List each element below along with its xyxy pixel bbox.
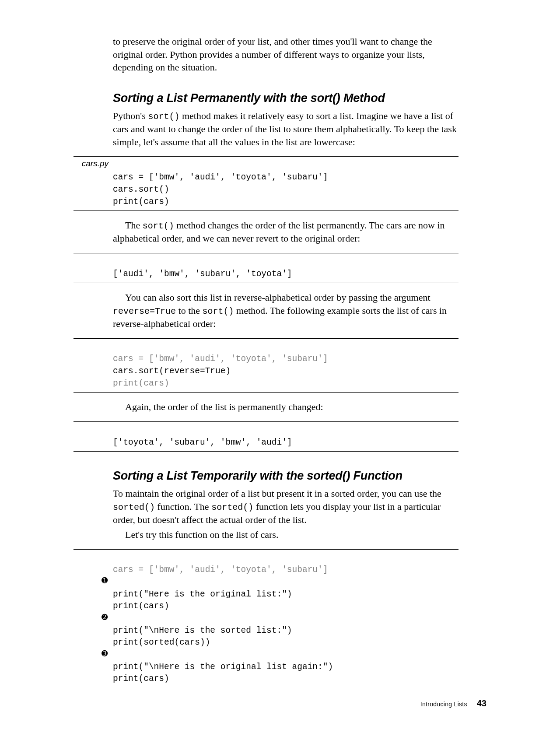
text: You can also sort this list in reverse-a… — [125, 292, 430, 303]
inline-code: sorted() — [113, 502, 155, 512]
code-listing: ['toyota', 'subaru', 'bmw', 'audi'] — [74, 421, 458, 452]
code-line: print("\nHere is the sorted list:") — [113, 625, 458, 637]
code-line: cars.sort(reverse=True) — [113, 365, 458, 378]
code-line: cars = ['bmw', 'audi', 'toyota', 'subaru… — [113, 353, 458, 365]
code-line: ['toyota', 'subaru', 'bmw', 'audi'] — [113, 437, 458, 449]
code-line: print(sorted(cars)) — [113, 637, 458, 649]
code-listing: cars = ['bmw', 'audi', 'toyota', 'subaru… — [74, 549, 458, 740]
page-footer: Introducing Lists 43 — [420, 698, 486, 708]
code-line: print(cars) — [113, 600, 458, 613]
code-line: print(cars) — [113, 673, 458, 685]
inline-code: sorted() — [211, 502, 253, 512]
code-line — [113, 649, 458, 661]
code-listing: cars = ['bmw', 'audi', 'toyota', 'subaru… — [74, 338, 458, 393]
inline-code: sort() — [203, 306, 234, 316]
section1-p4: Again, the order of the list is permanen… — [113, 400, 458, 414]
code-block-sorted-function: cars = ['bmw', 'audi', 'toyota', 'subaru… — [74, 549, 458, 740]
output-block-2: ['toyota', 'subaru', 'bmw', 'audi'] — [74, 421, 458, 452]
text: To maintain the original order of a list… — [113, 488, 441, 499]
code-line: print(cars) — [113, 378, 458, 390]
callout-3-icon: ➌ — [102, 650, 108, 657]
code-line: cars.sort() — [113, 184, 458, 196]
inline-code: sort() — [148, 112, 179, 122]
section1-p2: The sort() method changes the order of t… — [113, 219, 458, 245]
code-line: print(cars) — [113, 196, 458, 208]
section2-p1: To maintain the original order of a list… — [113, 487, 458, 526]
inline-code: reverse=True — [113, 306, 176, 316]
output-block-1: ['audi', 'bmw', 'subaru', 'toyota'] — [74, 253, 458, 283]
section1-p3: You can also sort this list in reverse-a… — [113, 291, 458, 330]
heading-sort-method: Sorting a List Permanently with the sort… — [113, 91, 458, 105]
code-listing: cars = ['bmw', 'audi', 'toyota', 'subaru… — [74, 156, 458, 211]
section2-p2: Let's try this function on the list of c… — [113, 528, 458, 541]
text: The — [125, 220, 143, 231]
code-block-reverse-sort: cars = ['bmw', 'audi', 'toyota', 'subaru… — [74, 338, 458, 393]
code-line: print("Here is the original list:") — [113, 589, 458, 601]
footer-page-number: 43 — [477, 698, 486, 708]
code-listing: ['audi', 'bmw', 'subaru', 'toyota'] — [74, 253, 458, 283]
callout-1-icon: ➊ — [102, 577, 108, 584]
section1-p1: Python's sort() method makes it relative… — [113, 109, 458, 148]
intro-paragraph: to preserve the original order of your l… — [113, 35, 458, 74]
code-line: cars = ['bmw', 'audi', 'toyota', 'subaru… — [113, 172, 458, 184]
code-file-label: cars.py — [74, 159, 108, 168]
code-line: print("\nHere is the original list again… — [113, 661, 458, 673]
code-line: ['audi', 'bmw', 'subaru', 'toyota'] — [113, 268, 458, 281]
footer-chapter-title: Introducing Lists — [420, 701, 467, 708]
text: function. The — [155, 501, 211, 512]
text: to the — [176, 305, 203, 316]
heading-sorted-function: Sorting a List Temporarily with the sort… — [113, 469, 458, 483]
page: to preserve the original order of your l… — [0, 0, 560, 740]
code-line — [113, 576, 458, 589]
callout-2-icon: ➋ — [102, 614, 108, 621]
content-column: to preserve the original order of your l… — [113, 35, 458, 740]
code-line: cars = ['bmw', 'audi', 'toyota', 'subaru… — [113, 564, 458, 576]
inline-code: sort() — [143, 221, 174, 231]
code-block-cars-sort: cars.py cars = ['bmw', 'audi', 'toyota',… — [74, 156, 458, 211]
text: Python's — [113, 110, 148, 121]
code-line — [113, 613, 458, 625]
